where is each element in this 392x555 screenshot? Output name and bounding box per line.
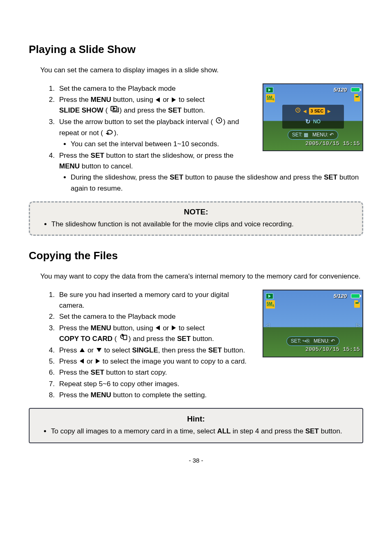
prev-image-icon: ◁ [266, 321, 270, 329]
svg-marker-6 [122, 334, 124, 336]
timestamp: 2005/10/15 15:15 [305, 345, 360, 354]
left-mini-arrow-icon: ◀ [303, 108, 307, 115]
page-number: - 38 - [29, 456, 363, 465]
left-arrow-icon [156, 97, 160, 102]
confirm-icon: ▦ [304, 132, 308, 138]
copy-icon: ↪⎘ [302, 338, 309, 344]
memory-card-icon [354, 94, 360, 101]
camera-screenshot-copy: 5/120 5M1 ◁ ▷ SET: ↪⎘ MENU: ↶ 2005/10/15… [263, 290, 363, 357]
right-arrow-icon [96, 359, 100, 364]
note-text: The slideshow function is not available … [51, 219, 356, 230]
intro-copying: You may want to copy the data from the c… [29, 271, 363, 282]
repeat-icon: ↻ [305, 117, 311, 126]
step-8: Press the MENU button to complete the se… [57, 390, 363, 401]
hint-box: Hint: To copy all images to a memory car… [29, 408, 363, 443]
timestamp: 2005/10/15 15:15 [305, 140, 360, 148]
loop-icon [106, 128, 114, 138]
step-4: Press the SET button to start the slides… [57, 150, 363, 194]
repeat-value: NO [313, 118, 321, 126]
bottom-hint-pill: SET: ▦ MENU: ↶ [288, 130, 339, 140]
right-arrow-icon [172, 325, 176, 330]
battery-icon [351, 294, 360, 298]
note-title: NOTE: [36, 206, 356, 218]
slideshow-settings-panel: ◀ 3 SEC ▶ ↻ NO [282, 105, 344, 129]
playback-mode-icon [266, 87, 273, 93]
image-counter: 5/120 [333, 292, 347, 300]
hint-title: Hint: [35, 413, 357, 425]
left-arrow-icon [80, 359, 84, 364]
hint-text: To copy all images to a memory card in a… [51, 426, 357, 437]
svg-marker-4 [106, 133, 108, 135]
down-arrow-icon [97, 348, 101, 352]
step-7: Repeat step 5~6 to copy other images. [57, 379, 363, 389]
interval-value: 3 SEC [309, 108, 325, 115]
resolution-badge: 5M1 [266, 300, 275, 309]
back-icon: ↶ [330, 132, 334, 138]
playback-mode-icon [266, 293, 273, 299]
step-4-sub: During the slideshow, press the SET butt… [71, 172, 363, 194]
right-mini-arrow-icon: ▶ [327, 108, 331, 115]
right-arrow-icon [172, 97, 176, 102]
note-box: NOTE: The slideshow function is not avai… [29, 201, 363, 236]
interval-icon [295, 107, 301, 115]
heading-slide-show: Playing a Slide Show [29, 41, 363, 58]
step-6: Press the SET button to start copy. [57, 367, 363, 378]
memory-card-icon [354, 300, 360, 308]
bottom-hint-pill: SET: ↪⎘ MENU: ↶ [286, 336, 340, 346]
heading-copying: Copying the Files [29, 247, 363, 264]
left-arrow-icon [156, 325, 160, 330]
copy-to-card-icon [119, 334, 128, 344]
intro-slide-show: You can set the camera to display images… [29, 65, 363, 76]
svg-marker-2 [113, 107, 115, 109]
svg-rect-5 [123, 335, 127, 340]
battery-icon [351, 88, 360, 92]
image-counter: 5/120 [333, 86, 347, 94]
next-image-icon: ▷ [356, 321, 360, 329]
step-5: Press or to select the image you want to… [57, 356, 363, 367]
back-icon: ↶ [331, 338, 335, 344]
up-arrow-icon [80, 348, 85, 352]
clock-icon [215, 117, 223, 127]
camera-screenshot-slideshow: 5/120 5M1 ◀ 3 SEC ▶ ↻ NO SET: ▦ MENU: ↶ … [263, 83, 363, 151]
resolution-badge: 5M1 [266, 94, 275, 102]
slideshow-icon [110, 106, 119, 116]
